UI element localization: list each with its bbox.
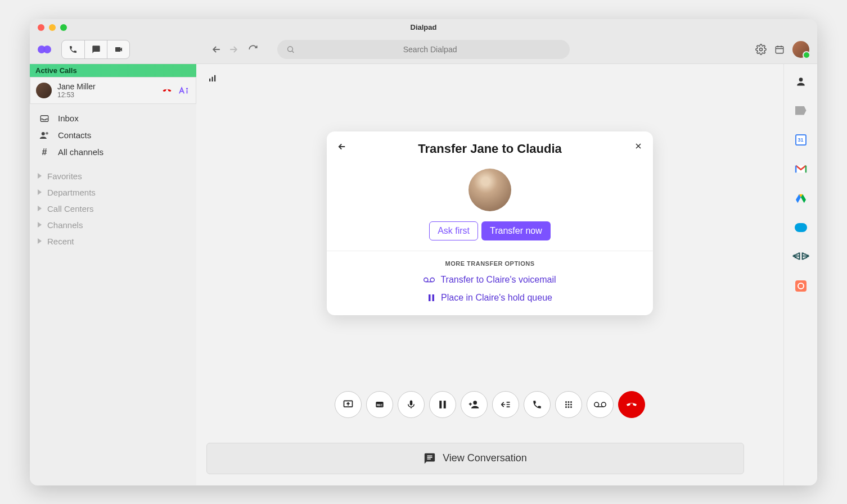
section-recent[interactable]: Recent (35, 237, 191, 246)
section-call-centers[interactable]: Call Centers (35, 204, 191, 214)
svg-rect-9 (214, 75, 215, 81)
screenshare-button[interactable] (335, 391, 362, 418)
nav-buttons (211, 44, 258, 55)
search-bar[interactable] (277, 40, 570, 59)
hangup-icon[interactable] (162, 85, 172, 96)
microphone-icon (406, 399, 416, 410)
voicemail-button[interactable] (587, 391, 614, 418)
view-conversation-button[interactable]: View Conversation (206, 443, 744, 474)
close-window-button[interactable] (38, 24, 44, 31)
svg-rect-17 (439, 401, 441, 408)
search-input[interactable] (299, 45, 561, 54)
forward-button[interactable] (228, 44, 239, 55)
record-button[interactable]: REC (366, 391, 393, 418)
toolbar-right (755, 41, 809, 58)
settings-button[interactable] (755, 44, 767, 55)
svg-point-25 (570, 403, 572, 405)
maximize-window-button[interactable] (60, 24, 67, 31)
ask-first-button[interactable]: Ask first (429, 221, 478, 240)
app-body: Active Calls Jane Miller 12:53 Inbox (30, 64, 817, 485)
svg-point-22 (570, 401, 572, 403)
svg-point-24 (568, 403, 570, 405)
comm-mode-group (61, 40, 130, 59)
caret-icon (38, 238, 42, 244)
close-icon (634, 142, 643, 151)
nav-channels[interactable]: # All channels (35, 146, 191, 159)
tag-icon (795, 106, 807, 115)
svg-point-0 (288, 47, 293, 52)
profile-avatar[interactable] (792, 41, 809, 58)
video-button[interactable] (107, 40, 129, 58)
hubspot-icon (795, 280, 807, 292)
refresh-button[interactable] (248, 44, 258, 55)
mute-button[interactable] (398, 391, 425, 418)
record-icon: REC (374, 399, 385, 410)
svg-point-10 (424, 278, 428, 281)
arrow-right-icon (228, 44, 239, 55)
active-call-card[interactable]: Jane Miller 12:53 (30, 77, 196, 104)
transfer-now-button[interactable]: Transfer now (481, 221, 551, 240)
section-channels[interactable]: Channels (35, 220, 191, 230)
back-button[interactable] (211, 44, 222, 55)
sidebar-nav: Inbox Contacts # All channels (30, 104, 196, 162)
rail-profile-button[interactable] (795, 75, 807, 88)
titlebar: Dialpad (30, 19, 817, 36)
arrow-left-icon (211, 44, 222, 55)
section-departments[interactable]: Departments (35, 188, 191, 197)
rail-gmail[interactable] (795, 163, 807, 175)
minimize-window-button[interactable] (49, 24, 56, 31)
svg-text:REC: REC (377, 403, 383, 406)
nav-inbox[interactable]: Inbox (35, 112, 191, 125)
calendar-button[interactable] (774, 44, 785, 55)
svg-point-21 (568, 401, 570, 403)
hangup-button[interactable] (618, 391, 645, 418)
modal-back-button[interactable] (337, 142, 347, 152)
main-pane: Transfer Jane to Claudia Ask first Trans… (196, 64, 783, 485)
active-calls-header: Active Calls (30, 64, 196, 77)
svg-point-3 (186, 88, 188, 89)
svg-rect-2 (776, 47, 783, 53)
inbox-icon (39, 113, 49, 124)
window-title: Dialpad (411, 23, 437, 31)
rail-google-calendar[interactable]: 31 (795, 134, 807, 146)
hangup-icon (625, 398, 638, 411)
svg-rect-18 (444, 401, 446, 408)
svg-point-20 (565, 401, 567, 403)
transfer-button[interactable] (492, 391, 519, 418)
person-icon (795, 76, 807, 87)
ai-icon (178, 86, 190, 95)
caret-icon (38, 222, 42, 228)
transfer-icon (500, 399, 511, 410)
svg-point-11 (431, 278, 435, 281)
add-participant-button[interactable] (461, 391, 488, 418)
section-favorites[interactable]: Favorites (35, 171, 191, 181)
transfer-target-avatar (468, 169, 511, 211)
chat-button[interactable] (84, 40, 107, 58)
arrow-left-icon (337, 142, 347, 152)
gear-icon (755, 44, 767, 55)
hold-queue-button[interactable]: Place in Claire's hold queue (427, 293, 552, 303)
call-options-button[interactable] (524, 391, 551, 418)
modal-close-button[interactable] (634, 142, 643, 151)
modal-title: Transfer Jane to Claudia (418, 142, 562, 156)
rail-zendesk[interactable]: ⩤⩥ (795, 251, 807, 263)
rail-salesforce[interactable] (795, 221, 807, 234)
rail-google-drive[interactable] (795, 192, 807, 205)
contacts-icon (39, 130, 49, 140)
sidebar-sections: Favorites Departments Call Centers Chann… (30, 167, 196, 251)
dialpad-button[interactable] (555, 391, 582, 418)
phone-button[interactable] (62, 40, 84, 58)
svg-point-30 (601, 402, 606, 407)
rail-hubspot[interactable] (795, 280, 807, 292)
rail-tag-button[interactable] (795, 105, 807, 117)
transfer-voicemail-button[interactable]: Transfer to Claire's voicemail (423, 275, 556, 285)
hold-button[interactable] (429, 391, 456, 418)
zendesk-icon: ⩤⩥ (792, 251, 810, 262)
svg-rect-4 (40, 115, 48, 121)
transfer-modal: Transfer Jane to Claudia Ask first Trans… (327, 131, 653, 315)
caller-name: Jane Miller (57, 82, 96, 91)
search-icon (286, 45, 295, 54)
nav-contacts[interactable]: Contacts (35, 129, 191, 142)
analytics-icon[interactable] (208, 73, 218, 83)
voicemail-icon (423, 276, 435, 284)
